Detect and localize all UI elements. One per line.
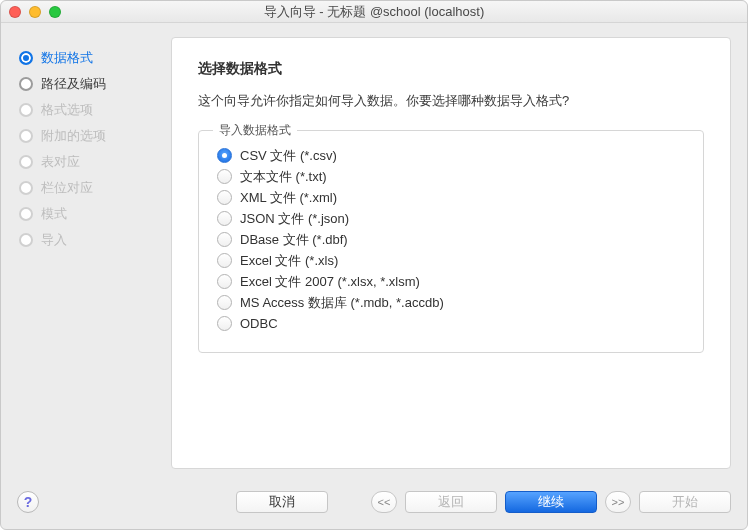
sidebar: 数据格式路径及编码格式选项附加的选项表对应栏位对应模式导入 [1, 23, 171, 469]
radio-icon[interactable] [217, 316, 232, 331]
sidebar-step-3: 附加的选项 [19, 123, 171, 149]
body: 数据格式路径及编码格式选项附加的选项表对应栏位对应模式导入 选择数据格式 这个向… [1, 23, 747, 479]
format-option-0[interactable]: CSV 文件 (*.csv) [217, 145, 685, 166]
footer: ? 取消 << 返回 继续 >> 开始 [1, 479, 747, 529]
first-button[interactable]: << [371, 491, 397, 513]
window: 导入向导 - 无标题 @school (localhost) 数据格式路径及编码… [0, 0, 748, 530]
format-option-label: Excel 文件 (*.xls) [240, 252, 338, 270]
format-option-label: Excel 文件 2007 (*.xlsx, *.xlsm) [240, 273, 420, 291]
main-heading: 选择数据格式 [198, 60, 704, 78]
nav-button-group: << 返回 继续 >> 开始 [371, 491, 731, 513]
format-option-label: JSON 文件 (*.json) [240, 210, 349, 228]
step-label: 栏位对应 [41, 179, 93, 197]
cancel-button[interactable]: 取消 [236, 491, 328, 513]
step-dot-icon [19, 155, 33, 169]
radio-icon[interactable] [217, 253, 232, 268]
sidebar-step-6: 模式 [19, 201, 171, 227]
format-fieldset: 导入数据格式 CSV 文件 (*.csv)文本文件 (*.txt)XML 文件 … [198, 130, 704, 353]
format-option-8[interactable]: ODBC [217, 313, 685, 334]
sidebar-step-0[interactable]: 数据格式 [19, 45, 171, 71]
format-option-label: DBase 文件 (*.dbf) [240, 231, 348, 249]
main-panel: 选择数据格式 这个向导允许你指定如何导入数据。你要选择哪种数据导入格式? 导入数… [171, 37, 731, 469]
fieldset-legend: 导入数据格式 [213, 122, 297, 139]
format-option-2[interactable]: XML 文件 (*.xml) [217, 187, 685, 208]
sidebar-step-5: 栏位对应 [19, 175, 171, 201]
window-title: 导入向导 - 无标题 @school (localhost) [1, 3, 747, 21]
radio-icon[interactable] [217, 211, 232, 226]
format-option-6[interactable]: Excel 文件 2007 (*.xlsx, *.xlsm) [217, 271, 685, 292]
radio-icon[interactable] [217, 190, 232, 205]
start-button[interactable]: 开始 [639, 491, 731, 513]
titlebar: 导入向导 - 无标题 @school (localhost) [1, 1, 747, 23]
help-button[interactable]: ? [17, 491, 39, 513]
format-option-label: 文本文件 (*.txt) [240, 168, 327, 186]
main-description: 这个向导允许你指定如何导入数据。你要选择哪种数据导入格式? [198, 92, 704, 110]
zoom-icon[interactable] [49, 6, 61, 18]
radio-icon[interactable] [217, 274, 232, 289]
format-option-label: MS Access 数据库 (*.mdb, *.accdb) [240, 294, 444, 312]
format-option-label: ODBC [240, 316, 278, 331]
sidebar-step-7: 导入 [19, 227, 171, 253]
format-option-7[interactable]: MS Access 数据库 (*.mdb, *.accdb) [217, 292, 685, 313]
format-option-4[interactable]: DBase 文件 (*.dbf) [217, 229, 685, 250]
step-dot-icon [19, 207, 33, 221]
step-label: 数据格式 [41, 49, 93, 67]
step-label: 模式 [41, 205, 67, 223]
step-dot-icon [19, 233, 33, 247]
last-button[interactable]: >> [605, 491, 631, 513]
step-dot-icon [19, 103, 33, 117]
step-label: 导入 [41, 231, 67, 249]
sidebar-step-2: 格式选项 [19, 97, 171, 123]
radio-icon[interactable] [217, 148, 232, 163]
step-dot-icon [19, 51, 33, 65]
step-dot-icon [19, 77, 33, 91]
format-option-3[interactable]: JSON 文件 (*.json) [217, 208, 685, 229]
radio-icon[interactable] [217, 232, 232, 247]
sidebar-step-1[interactable]: 路径及编码 [19, 71, 171, 97]
next-button[interactable]: 继续 [505, 491, 597, 513]
back-button[interactable]: 返回 [405, 491, 497, 513]
format-option-label: XML 文件 (*.xml) [240, 189, 337, 207]
radio-icon[interactable] [217, 295, 232, 310]
close-icon[interactable] [9, 6, 21, 18]
radio-icon[interactable] [217, 169, 232, 184]
format-option-label: CSV 文件 (*.csv) [240, 147, 337, 165]
step-dot-icon [19, 129, 33, 143]
step-dot-icon [19, 181, 33, 195]
step-label: 表对应 [41, 153, 80, 171]
format-option-5[interactable]: Excel 文件 (*.xls) [217, 250, 685, 271]
format-options: CSV 文件 (*.csv)文本文件 (*.txt)XML 文件 (*.xml)… [217, 145, 685, 334]
step-label: 附加的选项 [41, 127, 106, 145]
step-label: 路径及编码 [41, 75, 106, 93]
step-label: 格式选项 [41, 101, 93, 119]
format-option-1[interactable]: 文本文件 (*.txt) [217, 166, 685, 187]
minimize-icon[interactable] [29, 6, 41, 18]
sidebar-step-4: 表对应 [19, 149, 171, 175]
